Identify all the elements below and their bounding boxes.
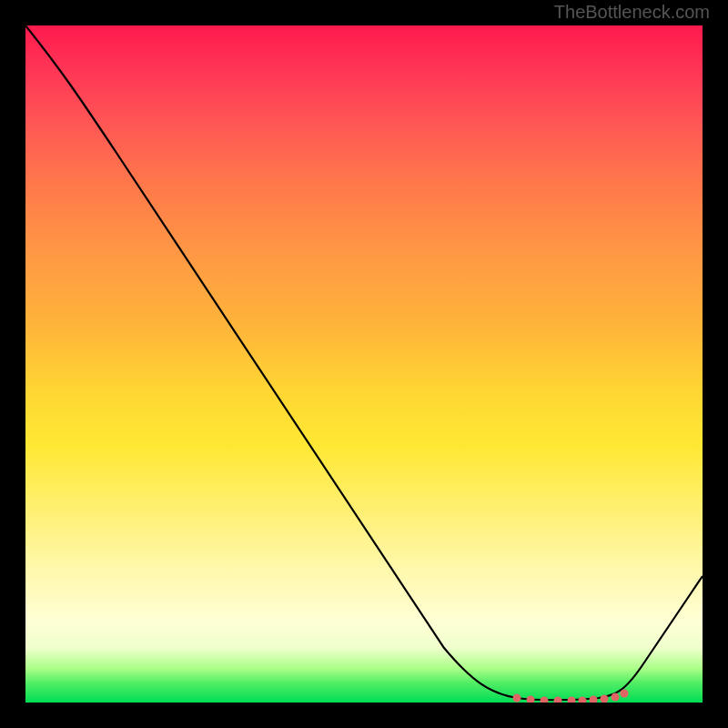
- chart-container: TheBottleneck.com: [0, 0, 728, 728]
- marker-dot: [621, 690, 629, 698]
- marker-dot: [554, 697, 562, 703]
- curve-svg: [25, 25, 703, 703]
- bottleneck-curve: [25, 25, 703, 700]
- marker-dot: [612, 693, 620, 702]
- marker-dot: [527, 696, 535, 703]
- marker-dot: [590, 696, 598, 703]
- marker-dot: [541, 697, 549, 703]
- watermark-text: TheBottleneck.com: [554, 2, 710, 23]
- marker-dot: [568, 697, 576, 703]
- marker-dot: [579, 697, 587, 703]
- marker-dot: [513, 694, 521, 703]
- plot-area: [25, 25, 703, 703]
